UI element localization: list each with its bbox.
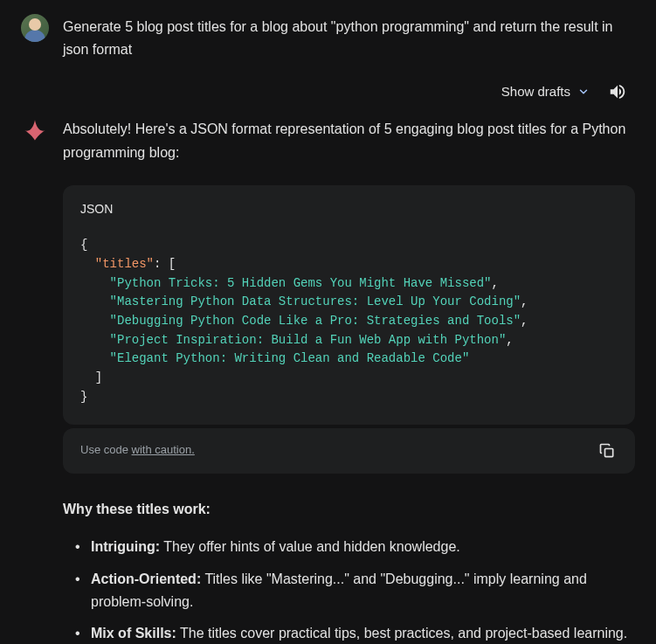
list-item: Intriguing: They offer hints of value an… [79,536,635,558]
json-string: "Elegant Python: Writing Clean and Reada… [110,351,470,365]
volume-icon[interactable] [607,81,628,102]
json-string: "Mastering Python Data Structures: Level… [110,294,521,308]
user-prompt-text: Generate 5 blog post titles for a blog a… [63,16,635,60]
assistant-message-content: Absolutely! Here's a JSON format represe… [63,116,635,644]
explanation-list: Intriguing: They offer hints of value an… [63,536,635,644]
caution-prefix: Use code [80,443,132,456]
chevron-down-icon [577,86,590,98]
explanation-heading: Why these titles work: [63,498,635,521]
list-item: Action-Oriented: Titles like "Mastering.… [79,568,635,614]
show-drafts-label: Show drafts [501,81,570,102]
bullet-text: They offer hints of value and hidden kno… [160,539,460,554]
show-drafts-button[interactable]: Show drafts [501,81,590,102]
user-message-content: Generate 5 blog post titles for a blog a… [63,14,635,60]
caution-link[interactable]: with caution. [132,443,195,456]
list-item: Mix of Skills: The titles cover practica… [79,622,635,644]
bullet-label: Action-Oriented: [91,571,201,586]
bullet-text: The titles cover practical tips, best pr… [176,626,627,641]
code-footer: Use code with caution. [63,428,635,474]
json-string: "Project Inspiration: Build a Fun Web Ap… [110,333,507,347]
bullet-label: Intriguing: [91,539,160,554]
user-message-row: Generate 5 blog post titles for a blog a… [21,14,635,60]
json-key: "titles" [95,257,154,271]
json-string: "Python Tricks: 5 Hidden Gems You Might … [110,276,492,290]
json-string: "Debugging Python Code Like a Pro: Strat… [110,314,521,328]
svg-rect-0 [605,448,613,456]
assistant-message-row: Absolutely! Here's a JSON format represe… [21,116,635,644]
bullet-label: Mix of Skills: [91,626,176,641]
code-language-label: JSON [63,185,635,225]
response-intro: Absolutely! Here's a JSON format represe… [63,118,635,164]
user-avatar [21,14,49,42]
code-block: JSON { "titles": [ "Python Tricks: 5 Hid… [63,185,635,425]
caution-text: Use code with caution. [80,441,195,460]
copy-button[interactable] [597,440,618,461]
response-toolbar: Show drafts [21,81,635,102]
code-body: { "titles": [ "Python Tricks: 5 Hidden G… [63,225,635,424]
sparkle-icon [21,116,49,144]
